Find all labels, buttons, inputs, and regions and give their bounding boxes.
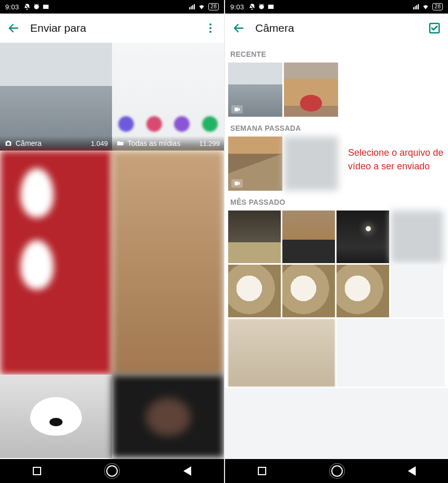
album-label: Câmera <box>16 139 42 147</box>
arrow-left-icon <box>7 22 20 34</box>
section-label-recent: RECENTE <box>225 43 448 63</box>
nav-recents-button[interactable] <box>33 467 41 475</box>
media-thumb-video[interactable] <box>228 137 282 191</box>
app-bar: Câmera <box>225 14 448 43</box>
media-thumb[interactable] <box>337 210 389 263</box>
status-time: 9:03 <box>230 3 244 11</box>
nav-home-button[interactable] <box>106 465 118 477</box>
album-count: 11.299 <box>199 140 220 147</box>
nav-back-button[interactable] <box>408 466 416 476</box>
album-tile-camera[interactable]: Câmera 1.049 <box>0 43 112 151</box>
media-thumb[interactable] <box>337 319 445 387</box>
status-time: 9:03 <box>5 3 19 11</box>
more-vert-icon <box>209 23 211 33</box>
android-nav-bar <box>0 459 224 483</box>
media-thumb[interactable] <box>0 375 112 458</box>
album-count: 1.049 <box>91 140 108 147</box>
alarm-icon <box>258 3 265 10</box>
media-thumb[interactable] <box>282 265 335 317</box>
folder-icon <box>116 139 125 147</box>
media-thumb[interactable] <box>284 63 338 117</box>
back-button[interactable] <box>6 21 21 35</box>
media-thumb-video[interactable] <box>228 63 282 117</box>
dnd-icon <box>23 3 31 10</box>
media-thumb[interactable] <box>112 151 224 375</box>
section-label-last-week: SEMANA PASSADA <box>225 117 448 137</box>
phone-right: 9:03 28 Câmera RECENTE <box>224 0 448 483</box>
signal-icon <box>189 4 195 9</box>
battery-indicator: 28 <box>208 3 219 10</box>
nav-back-button[interactable] <box>183 466 191 476</box>
video-icon <box>231 179 243 188</box>
media-thumb[interactable] <box>337 265 389 317</box>
page-title: Câmera <box>255 22 294 34</box>
signal-icon <box>413 4 419 9</box>
camera-icon <box>4 139 13 147</box>
tutorial-annotation: Selecione o arquivo de vídeo a ser envia… <box>348 146 447 173</box>
cast-icon <box>42 3 49 10</box>
media-thumb[interactable] <box>284 137 338 191</box>
nav-home-button[interactable] <box>331 465 343 477</box>
app-bar: Enviar para <box>0 14 224 43</box>
camera-gallery[interactable]: RECENTE SEMANA PASSADA MÊS PASSADO <box>225 43 448 459</box>
media-thumb[interactable] <box>228 265 281 317</box>
more-menu-button[interactable] <box>203 21 218 35</box>
phone-left: 9:03 28 Enviar para Câmer <box>0 0 224 483</box>
media-thumb[interactable] <box>112 375 224 458</box>
android-nav-bar <box>225 459 448 483</box>
album-tile-all-media[interactable]: Todas as mídias 11.299 <box>112 43 224 151</box>
dnd-icon <box>248 3 256 10</box>
nav-recents-button[interactable] <box>258 467 266 475</box>
status-bar: 9:03 28 <box>0 0 224 14</box>
album-label: Todas as mídias <box>128 139 180 147</box>
media-thumb[interactable] <box>228 210 281 263</box>
wifi-icon <box>198 3 205 10</box>
media-thumb[interactable] <box>0 151 112 375</box>
arrow-left-icon <box>232 22 245 34</box>
media-thumb[interactable] <box>228 319 335 387</box>
media-thumb-row[interactable] <box>225 388 448 459</box>
media-thumb[interactable] <box>391 265 443 317</box>
select-check-icon <box>428 22 441 34</box>
cast-icon <box>267 3 275 10</box>
status-tray-icons <box>23 3 49 10</box>
section-label-last-month: MÊS PASSADO <box>225 191 448 210</box>
page-title: Enviar para <box>30 22 86 34</box>
wifi-icon <box>422 3 429 10</box>
status-tray-icons <box>248 3 275 10</box>
battery-indicator: 28 <box>432 3 443 10</box>
alarm-icon <box>33 3 40 10</box>
album-picker[interactable]: Câmera 1.049 Todas as mídias 11.299 <box>0 43 224 459</box>
media-thumb[interactable] <box>391 210 443 263</box>
status-bar: 9:03 28 <box>225 0 448 14</box>
back-button[interactable] <box>231 21 246 35</box>
blurred-app-icons <box>112 116 224 132</box>
video-icon <box>231 105 243 114</box>
media-thumb[interactable] <box>282 210 335 263</box>
multi-select-button[interactable] <box>427 21 442 35</box>
